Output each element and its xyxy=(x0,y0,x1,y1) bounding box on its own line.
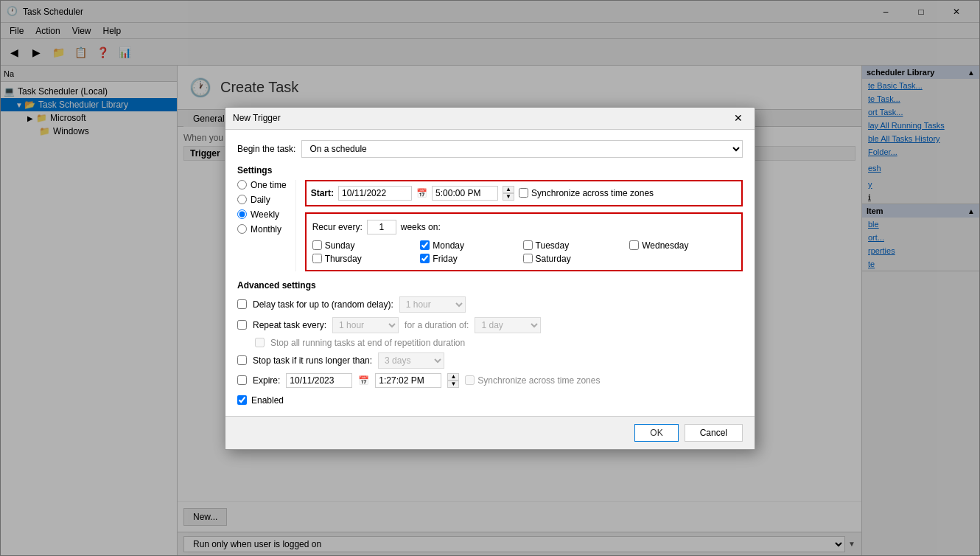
schedule-type-radio-group: One time Daily Weekly Monthly xyxy=(237,180,296,271)
expire-time-up-button[interactable]: ▲ xyxy=(447,373,459,380)
expire-time-spinner: ▲ ▼ xyxy=(447,373,459,388)
enabled-row[interactable]: Enabled xyxy=(237,395,743,406)
cancel-button[interactable]: Cancel xyxy=(685,424,743,442)
delay-task-checkbox[interactable] xyxy=(237,299,247,309)
day-friday-checkbox[interactable] xyxy=(420,254,430,263)
start-label: Start: xyxy=(311,188,334,198)
expire-sync-label[interactable]: Synchronize across time zones xyxy=(465,375,600,386)
repeat-task-label: Repeat task every: xyxy=(253,320,326,330)
settings-layout: One time Daily Weekly Monthly xyxy=(237,180,743,271)
day-tuesday-label: Tuesday xyxy=(536,240,570,251)
repeat-task-checkbox[interactable] xyxy=(237,320,247,330)
radio-monthly-label: Monthly xyxy=(251,224,281,234)
stop-longer-label: Stop task if it runs longer than: xyxy=(253,355,372,366)
settings-section-label: Settings xyxy=(237,165,743,176)
expire-time-down-button[interactable]: ▼ xyxy=(447,380,459,388)
recur-value-input[interactable] xyxy=(367,220,396,234)
time-up-button[interactable]: ▲ xyxy=(503,186,514,193)
start-time-input[interactable] xyxy=(432,186,498,201)
day-monday[interactable]: Monday xyxy=(420,240,511,251)
enabled-checkbox[interactable] xyxy=(237,395,247,405)
day-friday[interactable]: Friday xyxy=(420,254,511,264)
advanced-settings-label: Advanced settings xyxy=(237,280,743,291)
radio-daily-input[interactable] xyxy=(237,195,247,204)
day-saturday-label: Saturday xyxy=(536,254,571,264)
radio-daily[interactable]: Daily xyxy=(237,195,287,205)
stop-longer-checkbox[interactable] xyxy=(237,355,247,365)
stop-running-row: Stop all running tasks at end of repetit… xyxy=(255,338,743,348)
day-tuesday-checkbox[interactable] xyxy=(523,240,533,250)
stop-running-checkbox[interactable] xyxy=(255,338,265,347)
radio-one-time[interactable]: One time xyxy=(237,180,287,190)
day-monday-label: Monday xyxy=(433,240,464,251)
days-grid: Sunday Monday Tuesday xyxy=(312,240,735,264)
expire-sync-text: Synchronize across time zones xyxy=(477,375,600,386)
expire-checkbox[interactable] xyxy=(237,375,247,385)
expire-row: Expire: 📅 ▲ ▼ Synchronize across time zo… xyxy=(237,373,743,388)
sync-timezone-checkbox[interactable] xyxy=(519,188,528,198)
modal-title-bar: New Trigger ✕ xyxy=(225,108,755,130)
radio-weekly[interactable]: Weekly xyxy=(237,209,287,220)
new-trigger-modal: New Trigger ✕ Begin the task: On a sched… xyxy=(225,107,755,450)
start-row: Start: 📅 ▲ ▼ Synchronize across time zon… xyxy=(305,180,743,206)
time-down-button[interactable]: ▼ xyxy=(503,193,514,201)
day-thursday-label: Thursday xyxy=(325,254,362,264)
expire-sync-checkbox[interactable] xyxy=(465,375,475,385)
sync-timezone-text: Synchronize across time zones xyxy=(531,188,654,198)
modal-close-button[interactable]: ✕ xyxy=(729,110,747,126)
modal-title: New Trigger xyxy=(233,113,729,123)
modal-overlay: New Trigger ✕ Begin the task: On a sched… xyxy=(0,0,980,556)
radio-daily-label: Daily xyxy=(251,195,270,205)
sync-timezone-label[interactable]: Synchronize across time zones xyxy=(519,188,654,198)
begin-task-select[interactable]: On a schedule xyxy=(301,140,743,158)
repeat-task-row: Repeat task every: 1 hour for a duration… xyxy=(237,317,743,333)
day-thursday[interactable]: Thursday xyxy=(312,254,409,264)
recur-label: Recur every: xyxy=(312,222,363,232)
begin-task-label: Begin the task: xyxy=(237,144,295,154)
advanced-settings-section: Advanced settings Delay task for up to (… xyxy=(237,280,743,406)
calendar-icon[interactable]: 📅 xyxy=(416,188,427,198)
schedule-box: Start: 📅 ▲ ▼ Synchronize across time zon… xyxy=(305,180,743,271)
stop-longer-select[interactable]: 3 days xyxy=(378,352,444,369)
radio-monthly[interactable]: Monthly xyxy=(237,224,287,234)
weeks-on-label: weeks on: xyxy=(401,222,441,232)
radio-one-time-input[interactable] xyxy=(237,180,247,190)
modal-content: Begin the task: On a schedule Settings O… xyxy=(225,130,755,416)
expire-calendar-icon[interactable]: 📅 xyxy=(358,375,369,386)
expire-date-input[interactable] xyxy=(286,373,352,388)
day-wednesday-label: Wednesday xyxy=(642,240,688,251)
start-date-input[interactable] xyxy=(338,186,412,201)
enabled-label: Enabled xyxy=(251,395,284,406)
duration-select[interactable]: 1 day xyxy=(475,317,541,333)
day-sunday-label: Sunday xyxy=(325,240,355,251)
day-thursday-checkbox[interactable] xyxy=(312,254,322,263)
day-sunday[interactable]: Sunday xyxy=(312,240,409,251)
modal-footer: OK Cancel xyxy=(225,416,755,449)
radio-weekly-input[interactable] xyxy=(237,209,247,219)
day-sunday-checkbox[interactable] xyxy=(312,240,322,250)
stop-running-label: Stop all running tasks at end of repetit… xyxy=(270,338,465,348)
day-tuesday[interactable]: Tuesday xyxy=(523,240,618,251)
day-saturday[interactable]: Saturday xyxy=(523,254,618,264)
delay-task-select[interactable]: 1 hour xyxy=(399,296,466,313)
stop-longer-row: Stop task if it runs longer than: 3 days xyxy=(237,352,743,369)
day-friday-label: Friday xyxy=(433,254,457,264)
for-duration-label: for a duration of: xyxy=(405,320,469,330)
day-wednesday-checkbox[interactable] xyxy=(629,240,639,250)
day-saturday-checkbox[interactable] xyxy=(523,254,533,263)
recur-row: Recur every: weeks on: xyxy=(312,220,735,234)
day-wednesday[interactable]: Wednesday xyxy=(629,240,735,251)
recur-box: Recur every: weeks on: Sunday Mond xyxy=(305,212,743,271)
radio-one-time-label: One time xyxy=(251,180,287,190)
delay-task-label: Delay task for up to (random delay): xyxy=(253,299,393,310)
radio-weekly-label: Weekly xyxy=(251,209,279,220)
day-monday-checkbox[interactable] xyxy=(420,240,430,250)
delay-task-row: Delay task for up to (random delay): 1 h… xyxy=(237,296,743,313)
repeat-task-select[interactable]: 1 hour xyxy=(332,317,399,333)
expire-label: Expire: xyxy=(253,375,280,386)
time-spinner: ▲ ▼ xyxy=(503,186,514,201)
expire-time-input[interactable] xyxy=(375,373,441,388)
radio-monthly-input[interactable] xyxy=(237,224,247,234)
begin-task-row: Begin the task: On a schedule xyxy=(237,140,743,158)
ok-button[interactable]: OK xyxy=(634,424,678,442)
